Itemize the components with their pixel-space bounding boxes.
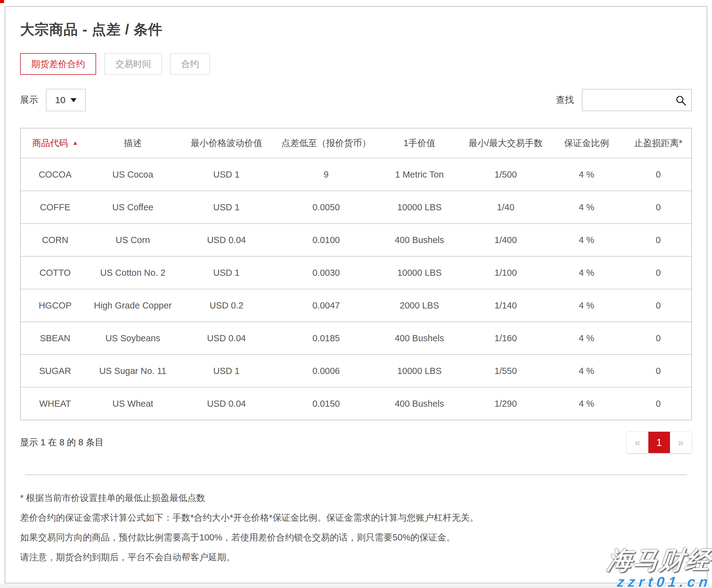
footnote-line: 如果交易同方向的商品，预付款比例需要高于100%，若使用差价合约锁仓交易的话，则… xyxy=(20,532,692,543)
cell-symbol: SBEAN xyxy=(20,322,89,355)
cell-min-max-lots: 1/140 xyxy=(464,289,548,322)
table-controls: 展示 10 查找 xyxy=(20,89,692,111)
cell-lot-value: 400 Bushels xyxy=(375,224,464,256)
cell-tp-sl-distance: 0 xyxy=(625,158,692,191)
table-row: HGCOP High Grade Copper USD 0.2 0.0047 2… xyxy=(20,289,692,322)
content-card: 大宗商品 - 点差 / 条件 期货差价合约 交易时间 合约 展示 10 查找 xyxy=(5,6,707,583)
search-input[interactable] xyxy=(583,89,691,110)
cell-spread-from: 0.0006 xyxy=(277,355,375,387)
tab-futures-cfd[interactable]: 期货差价合约 xyxy=(20,53,96,75)
col-header-lot-value[interactable]: 1手价值 xyxy=(375,128,464,158)
cell-margin-ratio: 4 % xyxy=(548,256,625,289)
cell-lot-value: 400 Bushels xyxy=(375,322,464,355)
summary-row: 显示 1 在 8 的 8 条目 « 1 » xyxy=(20,432,692,453)
page-size-select[interactable]: 10 xyxy=(46,89,86,111)
cell-symbol: COFFE xyxy=(20,191,89,224)
cell-min-max-lots: 1/40 xyxy=(464,191,548,224)
footnote-divider xyxy=(25,474,687,475)
tab-contract[interactable]: 合约 xyxy=(170,53,210,75)
tab-trading-hours[interactable]: 交易时间 xyxy=(104,53,162,75)
cell-min-max-lots: 1/160 xyxy=(464,322,548,355)
cell-tick-value: USD 1 xyxy=(176,158,277,191)
cell-symbol: COTTO xyxy=(20,256,89,289)
cell-description: US Cocoa xyxy=(89,158,176,191)
cell-tick-value: USD 1 xyxy=(176,191,277,224)
table-header-row: 商品代码 ▲ 描述 最小价格波动价值 点差低至（报价货币） 1手价值 最小/最大… xyxy=(20,128,692,158)
cell-tp-sl-distance: 0 xyxy=(625,387,692,420)
cell-tp-sl-distance: 0 xyxy=(625,322,692,355)
footnote-line: 差价合约的保证金需求计算公式如下：手数*合约大小*开仓价格*保证金比例。保证金需… xyxy=(20,512,692,523)
table-row: WHEAT US Wheat USD 0.04 0.0150 400 Bushe… xyxy=(20,387,692,420)
pagination-page-1[interactable]: 1 xyxy=(648,432,670,453)
pagination-next-button[interactable]: » xyxy=(670,432,692,453)
col-header-tick-value[interactable]: 最小价格波动价值 xyxy=(176,128,277,158)
cell-spread-from: 0.0185 xyxy=(277,322,375,355)
cell-tick-value: USD 1 xyxy=(176,256,277,289)
cell-description: US Wheat xyxy=(89,387,176,420)
cell-lot-value: 1 Metric Ton xyxy=(375,158,464,191)
cell-tick-value: USD 0.2 xyxy=(176,289,277,322)
page-size-value: 10 xyxy=(55,95,65,105)
tab-bar: 期货差价合约 交易时间 合约 xyxy=(20,53,692,75)
table-row: COCOA US Cocoa USD 1 9 1 Metric Ton 1/50… xyxy=(20,158,692,191)
page-title: 大宗商品 - 点差 / 条件 xyxy=(20,20,692,38)
cell-margin-ratio: 4 % xyxy=(548,387,625,420)
footnote-line: * 根据当前市价设置挂单的最低止损盈最低点数 xyxy=(20,492,692,503)
col-header-margin-ratio[interactable]: 保证金比例 xyxy=(548,128,625,158)
cell-spread-from: 9 xyxy=(277,158,375,191)
table-body: COCOA US Cocoa USD 1 9 1 Metric Ton 1/50… xyxy=(20,158,692,420)
chevron-down-icon xyxy=(70,98,77,102)
col-header-min-max-lots[interactable]: 最小/最大交易手数 xyxy=(464,128,548,158)
cell-description: US Corn xyxy=(89,224,176,256)
cell-description: US Cotton No. 2 xyxy=(89,256,176,289)
cell-tick-value: USD 1 xyxy=(176,355,277,387)
show-label: 展示 xyxy=(20,94,38,106)
cell-spread-from: 0.0030 xyxy=(277,256,375,289)
cell-symbol: WHEAT xyxy=(20,387,89,420)
cell-description: US Sugar No. 11 xyxy=(89,355,176,387)
cell-lot-value: 2000 LBS xyxy=(375,289,464,322)
cell-symbol: HGCOP xyxy=(20,289,89,322)
cell-spread-from: 0.0047 xyxy=(277,289,375,322)
cell-tick-value: USD 0.04 xyxy=(176,387,277,420)
cell-margin-ratio: 4 % xyxy=(548,191,625,224)
cell-tp-sl-distance: 0 xyxy=(625,224,692,256)
cell-description: US Coffee xyxy=(89,191,176,224)
footnotes: * 根据当前市价设置挂单的最低止损盈最低点数 差价合约的保证金需求计算公式如下：… xyxy=(20,492,692,563)
cell-margin-ratio: 4 % xyxy=(548,158,625,191)
cell-min-max-lots: 1/400 xyxy=(464,224,548,256)
pagination-prev-button[interactable]: « xyxy=(627,432,648,453)
search-label: 查找 xyxy=(556,94,574,106)
cell-min-max-lots: 1/290 xyxy=(464,387,548,420)
table-row: SBEAN US Soybeans USD 0.04 0.0185 400 Bu… xyxy=(20,322,692,355)
cell-min-max-lots: 1/550 xyxy=(464,355,548,387)
cell-tp-sl-distance: 0 xyxy=(625,191,692,224)
cell-min-max-lots: 1/500 xyxy=(464,158,548,191)
cell-symbol: SUGAR xyxy=(20,355,89,387)
cell-spread-from: 0.0050 xyxy=(277,191,375,224)
cell-tick-value: USD 0.04 xyxy=(176,224,277,256)
col-header-tp-sl-distance[interactable]: 止盈损距离* xyxy=(625,128,692,158)
cell-tp-sl-distance: 0 xyxy=(625,256,692,289)
col-header-description[interactable]: 描述 xyxy=(89,128,176,158)
cell-tp-sl-distance: 0 xyxy=(625,289,692,322)
cell-description: High Grade Copper xyxy=(89,289,176,322)
cell-description: US Soybeans xyxy=(89,322,176,355)
cell-symbol: CORN xyxy=(20,224,89,256)
col-header-spread-from[interactable]: 点差低至（报价货币） xyxy=(277,128,375,158)
table-row: SUGAR US Sugar No. 11 USD 1 0.0006 10000… xyxy=(20,355,692,387)
col-header-symbol[interactable]: 商品代码 ▲ xyxy=(20,128,89,158)
bottom-strip xyxy=(0,584,712,588)
cell-margin-ratio: 4 % xyxy=(548,322,625,355)
cell-lot-value: 10000 LBS xyxy=(375,191,464,224)
cell-margin-ratio: 4 % xyxy=(548,355,625,387)
cell-spread-from: 0.0100 xyxy=(277,224,375,256)
table-row: CORN US Corn USD 0.04 0.0100 400 Bushels… xyxy=(20,224,692,256)
cell-margin-ratio: 4 % xyxy=(548,289,625,322)
table-row: COFFE US Coffee USD 1 0.0050 10000 LBS 1… xyxy=(20,191,692,224)
entries-summary: 显示 1 在 8 的 8 条目 xyxy=(20,436,104,449)
cell-lot-value: 10000 LBS xyxy=(375,256,464,289)
cell-tp-sl-distance: 0 xyxy=(625,355,692,387)
col-header-symbol-label: 商品代码 xyxy=(32,138,68,148)
cell-lot-value: 10000 LBS xyxy=(375,355,464,387)
